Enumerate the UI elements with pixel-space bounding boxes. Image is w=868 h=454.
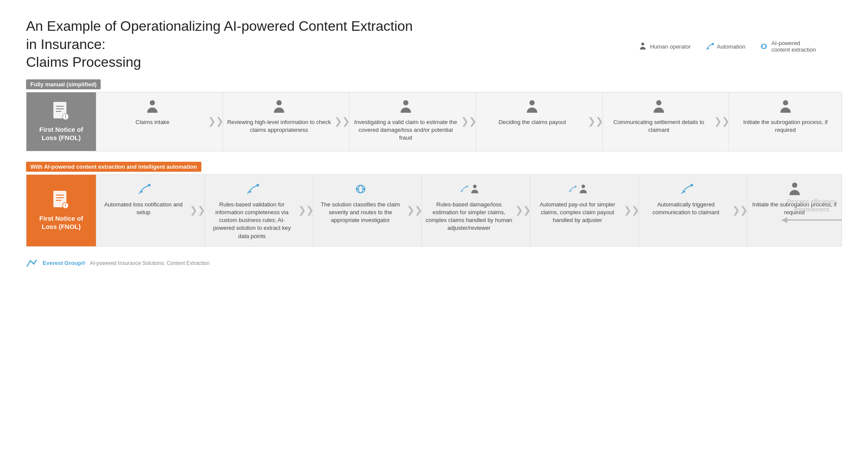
ai-arrow-6: ❯❯ [733, 175, 747, 246]
automation-icon-1 [136, 182, 151, 196]
manual-step-4: Deciding the claims payout [476, 92, 589, 151]
manual-section: Fully manual (simplified) First Notice o… [26, 79, 842, 151]
arrow-line [787, 219, 842, 221]
ai-step-2: Rules-based validation for information c… [204, 175, 299, 246]
manual-arrow-3: ❯❯ [462, 92, 476, 151]
ai-step-6-text: Automatically triggered communication to… [642, 201, 730, 216]
svg-point-10 [150, 100, 155, 105]
ai-step-1: Automated loss notification and setup [96, 175, 191, 246]
ai-arrow-2: ❯❯ [299, 175, 313, 246]
manual-step-1: Claims intake [96, 92, 209, 151]
ai-step-6: Automatically triggered communication to… [638, 175, 733, 246]
svg-point-9 [65, 118, 66, 118]
footer-subtitle: AI-powered Insurance Solutions: Content … [90, 260, 209, 266]
human-icon-5 [652, 99, 666, 114]
legend-human-item: Human operator [638, 42, 691, 51]
fnol-doc-icon-manual [52, 101, 71, 123]
manual-step-3-icon [399, 98, 413, 115]
footer: Everest Group® AI-powered Insurance Solu… [26, 257, 842, 269]
automation-icon-6 [679, 182, 694, 196]
ai-fnol-label: First Notice of Loss (FNOL) [31, 214, 92, 231]
svg-point-0 [641, 42, 644, 45]
footer-logo-text: Everest Group® [43, 260, 85, 266]
svg-point-31 [792, 183, 797, 188]
ai-steps: Automated loss notification and setup ❯❯ [96, 175, 842, 246]
ai-arrow-3: ❯❯ [408, 175, 421, 246]
legend-automation-label: Automation [717, 43, 746, 50]
arrow-head [781, 217, 787, 223]
svg-point-22 [65, 206, 66, 207]
manual-step-2: Reviewing high-level information to chec… [223, 92, 335, 151]
svg-point-2 [761, 44, 767, 49]
svg-point-23 [148, 184, 151, 186]
legend-human-label: Human operator [650, 43, 691, 50]
ai-step-1-text: Automated loss notification and setup [100, 201, 187, 216]
ai-step-3: The solution classifies the claim severi… [313, 175, 408, 246]
automation-icon-5 [567, 183, 577, 195]
svg-point-24 [256, 184, 259, 186]
ai-step-7-icon [788, 181, 802, 197]
ai-legend-icon [759, 42, 769, 51]
page-title: An Example of Operationalizing AI-powere… [26, 17, 417, 72]
manual-step-1-text: Claims intake [135, 118, 169, 126]
ai-arrow-4: ❯❯ [516, 175, 530, 246]
manual-steps: Claims intake ❯❯ Reviewing high-level in… [96, 92, 842, 151]
manual-step-1-icon [145, 98, 159, 115]
manual-step-6-icon [779, 98, 792, 115]
manual-arrow-2: ❯❯ [335, 92, 349, 151]
ai-arrow-5: ❯❯ [625, 175, 638, 246]
automation-legend-icon [705, 42, 714, 51]
svg-point-27 [473, 184, 476, 188]
svg-point-1 [712, 43, 713, 45]
automation-icon-2 [245, 182, 260, 196]
ai-section: With AI-powered content extraction and i… [26, 162, 842, 247]
ai-step-4-text: Rules-based damage/loss estimation for s… [425, 201, 513, 232]
manual-fnol-label: First Notice of Loss (FNOL) [31, 125, 92, 142]
ai-step-5: Automated pay-out for simpler claims, co… [530, 175, 625, 246]
human-icon-4 [525, 99, 539, 114]
manual-arrow-4: ❯❯ [589, 92, 602, 151]
manual-step-5-icon [652, 98, 666, 115]
efficiency-arrow [781, 217, 842, 223]
efficiency-label: Process efficiency improvement [777, 198, 846, 213]
manual-arrow-1: ❯❯ [209, 92, 223, 151]
manual-section-label: Fully manual (simplified) [26, 79, 842, 92]
ai-step-2-text: Rules-based validation for information c… [208, 201, 296, 240]
human-icon-1 [145, 99, 159, 114]
svg-point-28 [575, 186, 576, 187]
human-icon-3 [399, 99, 413, 114]
manual-step-6: Initiate the subrogation process, if req… [729, 92, 842, 151]
svg-point-15 [783, 100, 788, 105]
human-icon-7ai [788, 181, 802, 197]
svg-point-11 [276, 100, 282, 105]
human-icon-2 [272, 99, 286, 114]
svg-point-13 [529, 100, 535, 105]
manual-step-2-text: Reviewing high-level information to chec… [227, 118, 332, 134]
ai-section-label: With AI-powered content extraction and i… [26, 162, 842, 174]
manual-step-5: Communicating settlement details to clai… [602, 92, 715, 151]
manual-step-6-text: Initiate the subrogation process, if req… [733, 118, 838, 134]
svg-point-29 [581, 184, 585, 188]
ai-arrow-1: ❯❯ [191, 175, 204, 246]
manual-step-4-text: Deciding the claims payout [499, 118, 566, 126]
legend: Human operator Automation AI-powered con… [638, 40, 816, 53]
manual-step-4-icon [525, 98, 539, 115]
human-icon-5ai [579, 183, 588, 195]
manual-arrow-5: ❯❯ [715, 92, 729, 151]
manual-step-2-icon [272, 98, 286, 115]
ai-fnol-box: First Notice of Loss (FNOL) [26, 175, 96, 246]
ai-step-2-icon [245, 181, 260, 197]
ai-step-5-text: Automated pay-out for simpler claims, co… [534, 201, 621, 225]
svg-point-14 [656, 100, 661, 105]
human-legend-icon [638, 42, 648, 51]
everest-logo-icon [26, 257, 38, 269]
legend-automation-item: Automation [705, 42, 746, 51]
human-icon-6 [779, 99, 792, 114]
svg-point-12 [403, 100, 408, 105]
ai-step-5-icon [567, 181, 588, 197]
legend-ai-label: AI-powered content extraction [771, 40, 816, 53]
ai-brain-icon [353, 182, 368, 196]
ai-step-1-icon [136, 181, 151, 197]
manual-step-5-text: Communicating settlement details to clai… [606, 118, 712, 134]
manual-step-3-text: Investigating a valid claim to estimate … [353, 118, 458, 142]
